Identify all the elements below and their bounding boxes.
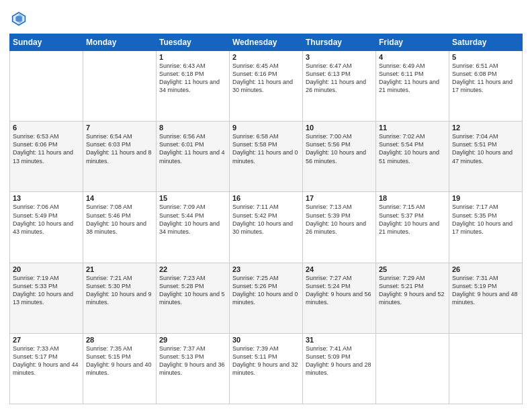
day-info: Sunrise: 7:39 AM Sunset: 5:11 PM Dayligh… bbox=[232, 345, 300, 377]
day-cell: 28Sunrise: 7:35 AM Sunset: 5:15 PM Dayli… bbox=[83, 333, 157, 404]
day-cell: 9Sunrise: 6:58 AM Sunset: 5:58 PM Daylig… bbox=[230, 122, 303, 192]
calendar-table: SundayMondayTuesdayWednesdayThursdayFrid… bbox=[9, 34, 523, 404]
day-cell: 27Sunrise: 7:33 AM Sunset: 5:17 PM Dayli… bbox=[10, 333, 83, 404]
day-info: Sunrise: 6:56 AM Sunset: 6:01 PM Dayligh… bbox=[159, 132, 226, 165]
day-cell: 17Sunrise: 7:13 AM Sunset: 5:39 PM Dayli… bbox=[303, 192, 376, 263]
day-number: 27 bbox=[13, 336, 80, 344]
day-cell: 1Sunrise: 6:43 AM Sunset: 6:18 PM Daylig… bbox=[157, 51, 230, 122]
day-number: 21 bbox=[86, 265, 153, 273]
day-number: 11 bbox=[379, 124, 446, 132]
day-number: 18 bbox=[379, 194, 446, 202]
day-info: Sunrise: 6:54 AM Sunset: 6:03 PM Dayligh… bbox=[86, 132, 153, 165]
day-number: 10 bbox=[306, 124, 373, 132]
day-number: 6 bbox=[13, 124, 80, 132]
logo-icon bbox=[9, 9, 28, 28]
day-number: 29 bbox=[159, 336, 226, 344]
day-number: 7 bbox=[86, 124, 153, 132]
week-row-2: 6Sunrise: 6:53 AM Sunset: 6:06 PM Daylig… bbox=[10, 122, 523, 192]
day-info: Sunrise: 7:06 AM Sunset: 5:49 PM Dayligh… bbox=[13, 203, 80, 236]
day-number: 4 bbox=[379, 53, 446, 61]
day-number: 9 bbox=[232, 124, 300, 132]
day-cell: 23Sunrise: 7:25 AM Sunset: 5:26 PM Dayli… bbox=[230, 263, 303, 333]
day-cell: 24Sunrise: 7:27 AM Sunset: 5:24 PM Dayli… bbox=[303, 263, 376, 333]
day-info: Sunrise: 6:45 AM Sunset: 6:16 PM Dayligh… bbox=[232, 62, 300, 95]
week-row-1: 1Sunrise: 6:43 AM Sunset: 6:18 PM Daylig… bbox=[10, 51, 523, 122]
day-info: Sunrise: 7:37 AM Sunset: 5:13 PM Dayligh… bbox=[159, 345, 226, 377]
day-cell: 22Sunrise: 7:23 AM Sunset: 5:28 PM Dayli… bbox=[157, 263, 230, 333]
day-info: Sunrise: 7:08 AM Sunset: 5:46 PM Dayligh… bbox=[86, 203, 153, 236]
day-cell: 5Sunrise: 6:51 AM Sunset: 6:08 PM Daylig… bbox=[449, 51, 523, 122]
day-info: Sunrise: 7:41 AM Sunset: 5:09 PM Dayligh… bbox=[306, 345, 373, 377]
col-header-wednesday: Wednesday bbox=[230, 34, 303, 51]
main-container: SundayMondayTuesdayWednesdayThursdayFrid… bbox=[0, 0, 532, 411]
day-info: Sunrise: 7:11 AM Sunset: 5:42 PM Dayligh… bbox=[232, 203, 300, 236]
col-header-saturday: Saturday bbox=[449, 34, 523, 51]
day-info: Sunrise: 7:19 AM Sunset: 5:33 PM Dayligh… bbox=[13, 274, 80, 307]
day-cell: 11Sunrise: 7:02 AM Sunset: 5:54 PM Dayli… bbox=[376, 122, 449, 192]
week-row-3: 13Sunrise: 7:06 AM Sunset: 5:49 PM Dayli… bbox=[10, 192, 523, 263]
day-cell: 13Sunrise: 7:06 AM Sunset: 5:49 PM Dayli… bbox=[10, 192, 83, 263]
day-info: Sunrise: 7:31 AM Sunset: 5:19 PM Dayligh… bbox=[452, 274, 519, 307]
day-info: Sunrise: 7:09 AM Sunset: 5:44 PM Dayligh… bbox=[159, 203, 226, 236]
day-info: Sunrise: 7:04 AM Sunset: 5:51 PM Dayligh… bbox=[452, 132, 519, 165]
day-info: Sunrise: 6:49 AM Sunset: 6:11 PM Dayligh… bbox=[379, 62, 446, 95]
day-number: 14 bbox=[86, 194, 153, 202]
day-number: 1 bbox=[159, 53, 226, 61]
day-cell: 26Sunrise: 7:31 AM Sunset: 5:19 PM Dayli… bbox=[449, 263, 523, 333]
day-number: 30 bbox=[232, 336, 300, 344]
day-number: 28 bbox=[86, 336, 153, 344]
day-cell: 14Sunrise: 7:08 AM Sunset: 5:46 PM Dayli… bbox=[83, 192, 157, 263]
day-cell bbox=[449, 333, 523, 404]
day-cell: 25Sunrise: 7:29 AM Sunset: 5:21 PM Dayli… bbox=[376, 263, 449, 333]
day-cell: 10Sunrise: 7:00 AM Sunset: 5:56 PM Dayli… bbox=[303, 122, 376, 192]
day-cell: 21Sunrise: 7:21 AM Sunset: 5:30 PM Dayli… bbox=[83, 263, 157, 333]
day-cell: 18Sunrise: 7:15 AM Sunset: 5:37 PM Dayli… bbox=[376, 192, 449, 263]
day-number: 23 bbox=[232, 265, 300, 273]
day-number: 19 bbox=[452, 194, 519, 202]
day-number: 17 bbox=[306, 194, 373, 202]
week-row-5: 27Sunrise: 7:33 AM Sunset: 5:17 PM Dayli… bbox=[10, 333, 523, 404]
day-cell: 20Sunrise: 7:19 AM Sunset: 5:33 PM Dayli… bbox=[10, 263, 83, 333]
day-info: Sunrise: 7:21 AM Sunset: 5:30 PM Dayligh… bbox=[86, 274, 153, 307]
day-number: 24 bbox=[306, 265, 373, 273]
day-number: 31 bbox=[306, 336, 373, 344]
day-cell: 30Sunrise: 7:39 AM Sunset: 5:11 PM Dayli… bbox=[230, 333, 303, 404]
day-info: Sunrise: 7:17 AM Sunset: 5:35 PM Dayligh… bbox=[452, 203, 519, 236]
day-cell: 8Sunrise: 6:56 AM Sunset: 6:01 PM Daylig… bbox=[157, 122, 230, 192]
day-info: Sunrise: 7:25 AM Sunset: 5:26 PM Dayligh… bbox=[232, 274, 300, 307]
day-cell: 6Sunrise: 6:53 AM Sunset: 6:06 PM Daylig… bbox=[10, 122, 83, 192]
day-info: Sunrise: 7:13 AM Sunset: 5:39 PM Dayligh… bbox=[306, 203, 373, 236]
col-header-sunday: Sunday bbox=[10, 34, 83, 51]
day-cell bbox=[83, 51, 157, 122]
day-number: 3 bbox=[306, 53, 373, 61]
day-number: 2 bbox=[232, 53, 300, 61]
day-number: 16 bbox=[232, 194, 300, 202]
day-info: Sunrise: 7:00 AM Sunset: 5:56 PM Dayligh… bbox=[306, 132, 373, 165]
day-number: 22 bbox=[159, 265, 226, 273]
day-number: 5 bbox=[452, 53, 519, 61]
day-cell bbox=[10, 51, 83, 122]
day-number: 26 bbox=[452, 265, 519, 273]
day-cell: 31Sunrise: 7:41 AM Sunset: 5:09 PM Dayli… bbox=[303, 333, 376, 404]
day-info: Sunrise: 6:43 AM Sunset: 6:18 PM Dayligh… bbox=[159, 62, 226, 95]
day-cell: 2Sunrise: 6:45 AM Sunset: 6:16 PM Daylig… bbox=[230, 51, 303, 122]
day-info: Sunrise: 7:23 AM Sunset: 5:28 PM Dayligh… bbox=[159, 274, 226, 307]
col-header-thursday: Thursday bbox=[303, 34, 376, 51]
day-number: 20 bbox=[13, 265, 80, 273]
day-cell: 3Sunrise: 6:47 AM Sunset: 6:13 PM Daylig… bbox=[303, 51, 376, 122]
day-info: Sunrise: 7:35 AM Sunset: 5:15 PM Dayligh… bbox=[86, 345, 153, 377]
day-info: Sunrise: 6:51 AM Sunset: 6:08 PM Dayligh… bbox=[452, 62, 519, 95]
day-number: 12 bbox=[452, 124, 519, 132]
day-info: Sunrise: 6:58 AM Sunset: 5:58 PM Dayligh… bbox=[232, 132, 300, 165]
col-header-tuesday: Tuesday bbox=[157, 34, 230, 51]
day-info: Sunrise: 7:27 AM Sunset: 5:24 PM Dayligh… bbox=[306, 274, 373, 307]
day-number: 13 bbox=[13, 194, 80, 202]
header-row: SundayMondayTuesdayWednesdayThursdayFrid… bbox=[10, 34, 523, 51]
day-cell: 7Sunrise: 6:54 AM Sunset: 6:03 PM Daylig… bbox=[83, 122, 157, 192]
day-info: Sunrise: 7:15 AM Sunset: 5:37 PM Dayligh… bbox=[379, 203, 446, 236]
day-cell bbox=[376, 333, 449, 404]
col-header-friday: Friday bbox=[376, 34, 449, 51]
day-info: Sunrise: 6:47 AM Sunset: 6:13 PM Dayligh… bbox=[306, 62, 373, 95]
day-info: Sunrise: 7:29 AM Sunset: 5:21 PM Dayligh… bbox=[379, 274, 446, 307]
day-cell: 19Sunrise: 7:17 AM Sunset: 5:35 PM Dayli… bbox=[449, 192, 523, 263]
